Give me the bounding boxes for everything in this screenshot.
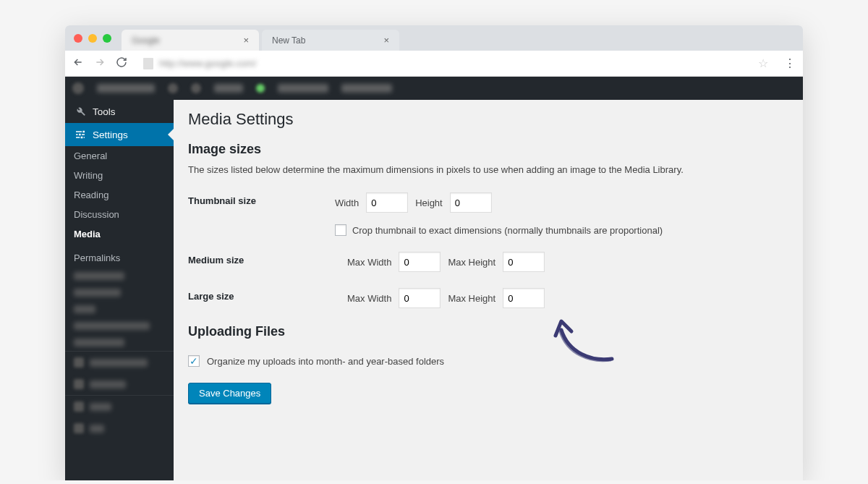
window-controls — [74, 25, 122, 51]
sidebar-item-settings[interactable]: Settings — [65, 123, 174, 146]
close-tab-icon[interactable]: × — [240, 35, 252, 46]
save-changes-button[interactable]: Save Changes — [188, 383, 271, 404]
section-heading-uploading: Uploading Files — [188, 324, 788, 339]
section-heading-image-sizes: Image sizes — [188, 142, 788, 157]
url-text: http://www.google.com/ — [159, 58, 256, 69]
row-organize: ✓ Organize my uploads into month- and ye… — [188, 355, 788, 367]
sidebar-item-blurred[interactable] — [65, 417, 174, 439]
browser-menu-icon[interactable]: ⋮ — [784, 62, 796, 65]
wp-body: Tools Settings General Writing Reading D… — [65, 100, 803, 480]
sidebar-item-blurred[interactable] — [65, 395, 174, 417]
browser-tab[interactable]: New Tab × — [262, 30, 399, 51]
organize-checkbox[interactable]: ✓ — [188, 355, 200, 367]
field-label-maxwidth: Max Width — [347, 293, 391, 304]
sidebar-sub-media[interactable]: Media — [65, 224, 174, 244]
tab-strip: Google × New Tab × — [65, 25, 803, 51]
tab-title: New Tab — [272, 35, 305, 46]
sidebar-item-tools[interactable]: Tools — [65, 100, 174, 123]
field-label-width: Width — [335, 198, 359, 208]
crop-checkbox[interactable] — [335, 224, 346, 236]
adminbar-item[interactable] — [256, 84, 265, 93]
section-description: The sizes listed below determine the max… — [188, 164, 788, 175]
back-icon[interactable] — [72, 56, 84, 71]
address-bar: http://www.google.com/ ☆ ⋮ — [65, 51, 803, 77]
new-tab-button[interactable] — [402, 36, 424, 51]
page-icon — [143, 58, 153, 69]
adminbar-item[interactable] — [278, 84, 328, 93]
url-field[interactable]: http://www.google.com/ — [137, 54, 748, 73]
wp-admin-bar — [65, 77, 803, 100]
sidebar-sub-discussion[interactable]: Discussion — [65, 205, 174, 224]
close-window-button[interactable] — [74, 34, 82, 43]
adminbar-item[interactable] — [191, 83, 201, 93]
minimize-window-button[interactable] — [88, 34, 97, 43]
adminbar-item[interactable] — [341, 84, 392, 93]
crop-checkbox-label: Crop thumbnail to exact dimensions (norm… — [352, 225, 663, 236]
large-height-input[interactable] — [503, 288, 545, 308]
medium-height-input[interactable] — [503, 252, 545, 272]
row-label: Large size — [188, 288, 347, 302]
browser-tab-active[interactable]: Google × — [122, 30, 259, 51]
maximize-window-button[interactable] — [103, 34, 111, 43]
wrench-icon — [74, 106, 87, 117]
wp-logo-icon[interactable] — [72, 82, 84, 94]
settings-content: Media Settings Image sizes The sizes lis… — [174, 100, 803, 480]
field-label-maxheight: Max Height — [448, 257, 495, 268]
page-title: Media Settings — [188, 110, 788, 129]
sidebar-sub-reading[interactable]: Reading — [65, 185, 174, 205]
close-tab-icon[interactable]: × — [380, 35, 392, 46]
forward-icon[interactable] — [94, 56, 106, 71]
sidebar-sub-general[interactable]: General — [65, 146, 174, 166]
row-medium: Medium size Max Width Max Height — [188, 252, 788, 272]
sidebar-item-blurred[interactable] — [65, 334, 174, 351]
admin-sidebar: Tools Settings General Writing Reading D… — [65, 100, 174, 480]
adminbar-item[interactable] — [97, 84, 155, 93]
sidebar-item-blurred[interactable] — [65, 351, 174, 373]
organize-checkbox-label: Organize my uploads into month- and year… — [207, 356, 444, 367]
sidebar-item-blurred[interactable] — [65, 268, 174, 284]
sidebar-sub-permalinks[interactable]: Permalinks — [65, 248, 174, 268]
field-label-maxheight: Max Height — [448, 293, 495, 304]
row-label: Thumbnail size — [188, 192, 335, 206]
sidebar-sub-writing[interactable]: Writing — [65, 166, 174, 185]
medium-width-input[interactable] — [399, 252, 441, 272]
sidebar-item-blurred[interactable] — [65, 284, 174, 301]
thumbnail-height-input[interactable] — [450, 192, 492, 213]
large-width-input[interactable] — [399, 288, 441, 308]
field-label-height: Height — [415, 198, 443, 208]
row-thumbnail: Thumbnail size Width Height Crop thumbna… — [188, 192, 788, 236]
bookmark-star-icon[interactable]: ☆ — [758, 56, 768, 70]
sliders-icon — [74, 129, 87, 140]
field-label-maxwidth: Max Width — [347, 257, 391, 268]
row-label: Medium size — [188, 252, 347, 266]
adminbar-item[interactable] — [168, 83, 178, 93]
sidebar-item-label: Settings — [93, 130, 128, 140]
sidebar-item-blurred[interactable] — [65, 373, 174, 395]
sidebar-item-blurred[interactable] — [65, 301, 174, 318]
thumbnail-width-input[interactable] — [366, 192, 408, 213]
row-large: Large size Max Width Max Height — [188, 288, 788, 308]
sidebar-item-blurred[interactable] — [65, 318, 174, 334]
tab-title: Google — [132, 35, 160, 46]
reload-icon[interactable] — [116, 56, 127, 71]
browser-window: Google × New Tab × http://www.google.com… — [65, 25, 803, 480]
sidebar-item-label: Tools — [93, 106, 116, 117]
adminbar-item[interactable] — [214, 84, 243, 93]
